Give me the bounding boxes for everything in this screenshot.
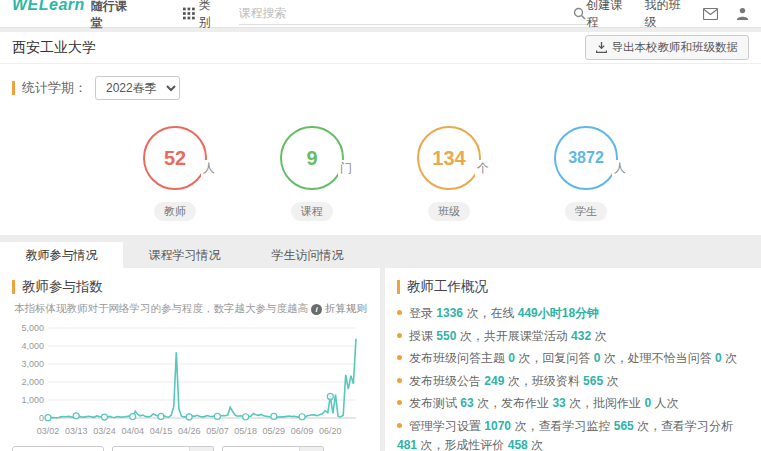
- report-tab[interactable]: 学生访问情况: [246, 242, 369, 268]
- chart-line: [48, 339, 356, 418]
- metric-text: 次: [603, 374, 618, 388]
- participation-panel: 教师参与指数 本指标体现教师对于网络学习的参与程度，数字越大参与度越高 i 折算…: [0, 268, 380, 451]
- search-input[interactable]: [239, 6, 574, 20]
- metric-value: 33: [552, 396, 565, 410]
- work-overview-title: 教师工作概况: [407, 278, 488, 296]
- bullet-dot: [397, 310, 402, 315]
- svg-text:2,000: 2,000: [21, 377, 44, 387]
- metric-value: 550: [436, 329, 456, 343]
- stat-card: 52 人 教师: [143, 126, 207, 221]
- calendar-button[interactable]: [189, 446, 213, 451]
- welearn-logo[interactable]: WELearn 随行课堂: [12, 0, 128, 32]
- logo-text: WELearn: [12, 0, 85, 14]
- chart-marker[interactable]: [327, 393, 333, 399]
- semester-select[interactable]: 2022春季: [95, 76, 180, 100]
- conversion-rules-link[interactable]: 折算规则: [325, 302, 367, 316]
- metric-text: 次，共开展课堂活动: [456, 329, 571, 343]
- participation-description: 本指标体现教师对于网络学习的参与程度，数字越大参与度越高 i 折算规则: [14, 302, 368, 316]
- metric-text: 次，班级资料: [504, 374, 583, 388]
- bullet-dot: [397, 378, 402, 383]
- chart-marker[interactable]: [271, 413, 277, 419]
- chart-marker[interactable]: [45, 415, 51, 421]
- account-button[interactable]: [736, 7, 749, 20]
- stat-circle: 134 个: [417, 126, 481, 190]
- svg-text:05/18: 05/18: [234, 426, 257, 436]
- svg-text:1,000: 1,000: [21, 395, 44, 405]
- svg-text:0: 0: [39, 413, 44, 423]
- tabs-region: 教师参与情况 课程学习情况 学生访问情况: [0, 235, 761, 268]
- accent-bar: [12, 81, 15, 95]
- chart-marker[interactable]: [299, 414, 305, 420]
- chart-marker[interactable]: [73, 413, 79, 419]
- report-tab[interactable]: 教师参与情况: [0, 242, 123, 268]
- metric-text: 次，查看学习监控: [511, 419, 614, 433]
- semester-row: 统计学期： 2022春季: [12, 76, 749, 100]
- svg-text:05/07: 05/07: [206, 426, 229, 436]
- export-button-label: 导出本校教师和班级数据: [612, 40, 739, 55]
- date-to-field: [222, 446, 324, 451]
- chart-marker[interactable]: [130, 414, 136, 420]
- metric-text: 发布班级公告: [409, 374, 484, 388]
- metric-value: 432: [571, 329, 591, 343]
- info-icon[interactable]: i: [311, 304, 322, 315]
- top-navigation-bar: WELearn 随行课堂 类别 创建课程 我的班级: [0, 0, 761, 28]
- metric-text: 次，回复问答: [515, 351, 594, 365]
- metric-value: 458: [508, 438, 528, 451]
- chart-marker[interactable]: [214, 413, 220, 419]
- stat-card: 3872 人 学生: [554, 126, 618, 221]
- svg-text:03/13: 03/13: [65, 426, 88, 436]
- create-course-link[interactable]: 创建课程: [586, 0, 626, 31]
- stat-value: 9: [306, 147, 317, 170]
- search-icon[interactable]: [573, 7, 586, 20]
- chart-marker[interactable]: [158, 413, 164, 419]
- metric-value: 63: [460, 396, 473, 410]
- export-data-button[interactable]: 导出本校教师和班级数据: [585, 35, 750, 60]
- work-summary-item: 授课 550 次，共开展课堂活动 432 次: [397, 327, 749, 346]
- svg-text:06/20: 06/20: [319, 426, 342, 436]
- metric-text: 次，发布作业: [474, 396, 553, 410]
- stat-label: 班级: [428, 202, 470, 221]
- calendar-button[interactable]: [299, 446, 323, 451]
- chart-marker[interactable]: [243, 414, 249, 420]
- metric-value: 449小时18分钟: [518, 306, 599, 320]
- metric-text: 发布测试: [409, 396, 460, 410]
- chart-marker[interactable]: [186, 414, 192, 420]
- metric-text: 管理学习设置: [409, 419, 484, 433]
- category-label: 类别: [199, 0, 221, 31]
- stat-unit: 个: [475, 160, 489, 177]
- metric-value: 0: [715, 351, 722, 365]
- stat-circle: 3872 人: [554, 126, 618, 190]
- course-search: [239, 3, 587, 25]
- download-icon: [596, 42, 607, 53]
- svg-text:3,000: 3,000: [21, 359, 44, 369]
- svg-text:04/15: 04/15: [150, 426, 173, 436]
- metric-value: 565: [583, 374, 603, 388]
- stat-unit: 人: [201, 160, 215, 177]
- stat-value: 52: [164, 147, 186, 170]
- svg-text:06/09: 06/09: [291, 426, 314, 436]
- envelope-icon: [703, 8, 718, 20]
- report-tab[interactable]: 课程学习情况: [123, 242, 246, 268]
- stat-value: 3872: [568, 149, 604, 167]
- stat-unit: 人: [612, 160, 626, 177]
- date-range-controls: 自定义: [12, 446, 368, 451]
- chart-marker[interactable]: [101, 414, 107, 420]
- topbar-actions: 创建课程 我的班级: [586, 0, 749, 31]
- category-menu[interactable]: 类别: [183, 0, 221, 31]
- participation-title: 教师参与指数: [22, 278, 103, 296]
- report-tabs: 教师参与情况 课程学习情况 学生访问情况: [0, 242, 761, 268]
- stat-card: 9 门 课程: [280, 126, 344, 221]
- stat-label: 教师: [154, 202, 196, 221]
- range-mode-select[interactable]: 自定义: [12, 446, 104, 451]
- semester-label: 统计学期：: [22, 79, 87, 97]
- participation-line-chart: 01,0002,0003,0004,0005,00003/0203/1303/2…: [12, 318, 368, 443]
- messages-button[interactable]: [703, 8, 718, 20]
- date-from-field: [112, 446, 214, 451]
- work-overview-panel: 教师工作概况 登录 1336 次，在线 449小时18分钟授课 550 次，共开…: [385, 268, 761, 451]
- logo-suffix: 随行课堂: [91, 0, 128, 32]
- my-classes-link[interactable]: 我的班级: [645, 0, 685, 31]
- grid-icon: [183, 7, 195, 20]
- metric-text: 次: [528, 438, 543, 451]
- metric-text: 次，处理不恰当问答: [600, 351, 715, 365]
- work-summary-list: 登录 1336 次，在线 449小时18分钟授课 550 次，共开展课堂活动 4…: [397, 304, 749, 451]
